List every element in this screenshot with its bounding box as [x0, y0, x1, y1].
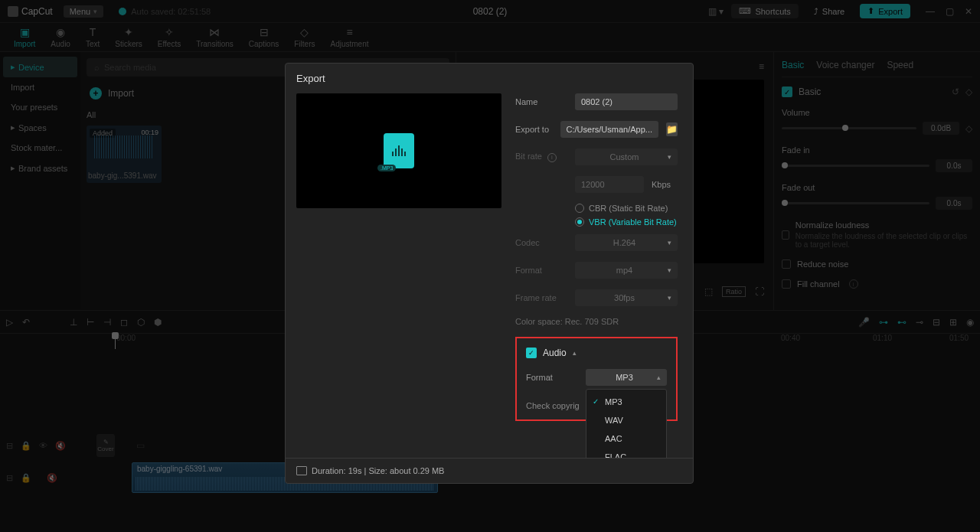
audio-checkbox[interactable]: ✓ — [526, 348, 537, 358]
clip-info-icon — [296, 466, 307, 475]
framerate-label: Frame rate — [515, 293, 567, 302]
format-option-wav[interactable]: WAV — [586, 411, 666, 429]
name-label: Name — [515, 97, 567, 106]
info-icon[interactable]: i — [547, 153, 557, 162]
chevron-down-icon[interactable]: ▴ — [573, 349, 577, 357]
bitrate-select[interactable]: Custom▾ — [575, 149, 678, 165]
browse-folder-button[interactable]: 📁 — [666, 122, 678, 136]
dialog-title: Export — [286, 64, 693, 93]
audio-section-title: Audio — [543, 348, 567, 358]
kbps-input[interactable]: 12000 — [575, 176, 644, 193]
mp3-file-icon: .MP3 — [384, 133, 414, 168]
vformat-select[interactable]: mp4▾ — [575, 262, 678, 279]
cbr-radio[interactable]: CBR (Static Bit Rate) — [515, 204, 678, 213]
codec-label: Codec — [515, 238, 567, 247]
export-dialog: Export .MP3 Name 0802 (2) Export to C:/U… — [285, 63, 694, 484]
audio-format-label: Format — [526, 373, 578, 382]
bitrate-label: Bit rate i — [515, 152, 567, 162]
kbps-unit: Kbps — [652, 180, 671, 189]
codec-select[interactable]: H.264▾ — [575, 234, 678, 251]
framerate-select[interactable]: 30fps▾ — [575, 289, 678, 306]
name-input[interactable]: 0802 (2) — [575, 93, 678, 110]
export-preview: .MP3 — [296, 93, 501, 208]
audio-format-dropdown: MP3 WAV AAC FLAC — [586, 389, 667, 458]
vbr-radio[interactable]: VBR (Variable Bit Rate) — [515, 217, 678, 227]
format-option-aac[interactable]: AAC — [586, 429, 666, 448]
vformat-label: Format — [515, 266, 567, 275]
colorspace-text: Color space: Rec. 709 SDR — [515, 317, 678, 326]
audio-export-section: ✓ Audio ▴ Format MP3▴ MP3 WAV AAC FLAC — [515, 337, 678, 421]
format-option-mp3[interactable]: MP3 — [586, 393, 666, 411]
audio-format-select[interactable]: MP3▴ MP3 WAV AAC FLAC — [586, 369, 667, 386]
dialog-footer: Duration: 19s | Size: about 0.29 MB — [286, 458, 693, 483]
exportto-input[interactable]: C:/Users/Usman/App... — [560, 121, 658, 138]
exportto-label: Export to — [515, 125, 553, 134]
format-option-flac[interactable]: FLAC — [586, 448, 666, 458]
